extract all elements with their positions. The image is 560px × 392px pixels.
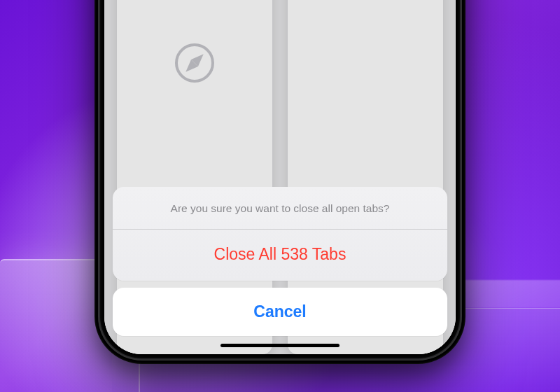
close-tabs-action-sheet: Are you sure you want to close all open … bbox=[113, 187, 447, 336]
action-sheet-group: Are you sure you want to close all open … bbox=[113, 187, 447, 281]
cancel-button[interactable]: Cancel bbox=[113, 288, 447, 336]
home-indicator[interactable] bbox=[220, 344, 340, 347]
iphone-device: released five beloved albums: 1994's At … bbox=[94, 0, 465, 364]
iphone-screen: released five beloved albums: 1994's At … bbox=[104, 0, 456, 354]
photo-backdrop: released five beloved albums: 1994's At … bbox=[0, 0, 560, 392]
action-sheet-prompt: Are you sure you want to close all open … bbox=[113, 187, 447, 229]
action-sheet-cancel-group: Cancel bbox=[113, 288, 447, 336]
close-all-tabs-button[interactable]: Close All 538 Tabs bbox=[113, 229, 447, 281]
